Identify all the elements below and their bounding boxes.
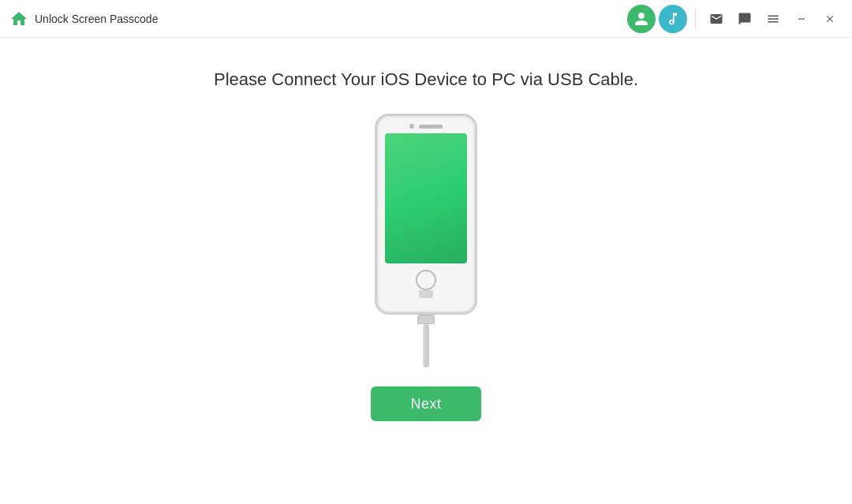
instruction-text: Please Connect Your iOS Device to PC via… bbox=[214, 69, 638, 90]
main-content: Please Connect Your iOS Device to PC via… bbox=[0, 38, 852, 504]
chat-icon-btn[interactable] bbox=[732, 6, 757, 32]
minimize-btn[interactable] bbox=[789, 6, 814, 32]
home-icon bbox=[9, 9, 28, 28]
phone-body bbox=[375, 114, 477, 315]
phone-speaker bbox=[409, 124, 443, 129]
cable-connector-top bbox=[417, 315, 435, 324]
minimize-icon bbox=[796, 13, 807, 24]
title-divider bbox=[695, 9, 696, 28]
user-icon-btn[interactable] bbox=[627, 5, 656, 33]
close-icon bbox=[824, 13, 835, 24]
close-btn[interactable] bbox=[817, 6, 843, 32]
title-bar: Unlock Screen Passcode bbox=[0, 0, 852, 38]
phone-connector-port bbox=[419, 290, 433, 298]
search-music-icon bbox=[665, 11, 681, 27]
user-icon bbox=[633, 11, 649, 27]
mail-icon-btn[interactable] bbox=[704, 6, 729, 32]
app-title: Unlock Screen Passcode bbox=[35, 13, 627, 25]
menu-icon bbox=[766, 12, 780, 26]
cable-line bbox=[423, 324, 429, 368]
menu-icon-btn[interactable] bbox=[760, 6, 786, 32]
phone-camera-dot bbox=[409, 124, 414, 129]
home-icon-wrap[interactable] bbox=[9, 9, 28, 28]
chat-icon bbox=[738, 12, 752, 26]
next-button[interactable]: Next bbox=[371, 386, 480, 421]
phone-home-button bbox=[416, 270, 436, 290]
usb-cable bbox=[417, 315, 435, 368]
mail-icon bbox=[709, 12, 723, 26]
search-music-icon-btn[interactable] bbox=[659, 5, 687, 33]
right-icons bbox=[627, 5, 843, 33]
phone-screen bbox=[385, 133, 467, 263]
phone-speaker-bar bbox=[419, 125, 443, 129]
phone-illustration bbox=[375, 114, 477, 368]
